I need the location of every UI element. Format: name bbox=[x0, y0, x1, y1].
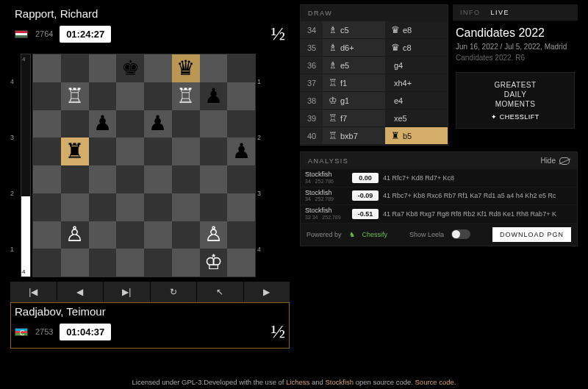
square[interactable] bbox=[144, 138, 172, 165]
square[interactable] bbox=[200, 110, 228, 138]
black-move[interactable]: xe5 bbox=[385, 110, 448, 127]
white-move[interactable]: ♔g1 bbox=[323, 92, 385, 110]
black-move[interactable]: ♛e8 bbox=[385, 21, 448, 39]
square[interactable] bbox=[144, 249, 172, 276]
square[interactable]: ♛ bbox=[172, 54, 200, 82]
square[interactable] bbox=[61, 110, 89, 138]
lichess-link[interactable]: Lichess bbox=[286, 378, 309, 386]
square[interactable] bbox=[89, 249, 117, 276]
analysis-line[interactable]: Stockfish32 34 252.789-0.5141 Ra7 Kb8 Rx… bbox=[301, 205, 577, 224]
square[interactable] bbox=[172, 193, 200, 221]
white-move[interactable]: ♗d6+ bbox=[323, 39, 385, 57]
square[interactable] bbox=[144, 193, 172, 221]
tab-live[interactable]: LIVE bbox=[491, 9, 510, 16]
square[interactable] bbox=[116, 249, 144, 276]
square[interactable] bbox=[172, 249, 200, 276]
square[interactable]: ♖ bbox=[172, 82, 200, 110]
square[interactable] bbox=[89, 54, 117, 82]
black-move[interactable]: g4 bbox=[385, 57, 448, 74]
stockfish-link[interactable]: Stockfish bbox=[326, 378, 354, 386]
square[interactable]: ♟ bbox=[200, 82, 228, 110]
square[interactable] bbox=[61, 165, 89, 193]
square[interactable] bbox=[33, 165, 61, 193]
white-move[interactable]: ♖bxb7 bbox=[323, 127, 385, 145]
square[interactable]: ♟ bbox=[227, 138, 255, 165]
square[interactable] bbox=[172, 110, 200, 138]
analysis-line[interactable]: Stockfish34 252.789-0.0941 Rbc7+ Kb8 Rxc… bbox=[301, 188, 577, 206]
square[interactable] bbox=[33, 54, 61, 82]
square[interactable]: ♟ bbox=[89, 110, 117, 138]
square[interactable] bbox=[89, 82, 117, 110]
promo-card[interactable]: GREATEST DAILY MOMENTS ✦ CHESSLIFT bbox=[456, 72, 575, 129]
square[interactable] bbox=[33, 138, 61, 165]
square[interactable]: ♙ bbox=[200, 221, 228, 249]
source-code-link[interactable]: Source code. bbox=[415, 378, 456, 386]
square[interactable] bbox=[116, 82, 144, 110]
black-move[interactable]: ♜b5 bbox=[385, 127, 448, 145]
square[interactable] bbox=[89, 221, 117, 249]
black-move[interactable]: xh4+ bbox=[385, 74, 448, 92]
square[interactable] bbox=[61, 54, 89, 82]
square[interactable] bbox=[227, 221, 255, 249]
square[interactable] bbox=[172, 221, 200, 249]
square[interactable] bbox=[200, 54, 228, 82]
square[interactable] bbox=[172, 138, 200, 165]
square[interactable] bbox=[227, 82, 255, 110]
square[interactable] bbox=[116, 110, 144, 138]
white-move[interactable]: ♗e5 bbox=[323, 57, 385, 74]
square[interactable] bbox=[33, 221, 61, 249]
download-pgn-button[interactable]: DOWNLOAD PGN bbox=[492, 227, 571, 242]
first-move-button[interactable]: |◀ bbox=[10, 282, 57, 302]
refresh-button[interactable]: ↻ bbox=[151, 282, 197, 302]
square[interactable] bbox=[227, 193, 255, 221]
square[interactable] bbox=[144, 221, 172, 249]
square[interactable]: ♖ bbox=[61, 82, 89, 110]
next-move-button[interactable]: ▶| bbox=[104, 282, 150, 302]
chess-board[interactable]: ♚♛♖♖♟♟♟♜♟♙♙♔ bbox=[32, 54, 256, 277]
square[interactable] bbox=[200, 165, 228, 193]
square[interactable]: ♜ bbox=[61, 138, 89, 165]
square[interactable] bbox=[144, 54, 172, 82]
square[interactable] bbox=[61, 249, 89, 276]
tab-info[interactable]: INFO bbox=[460, 9, 481, 16]
play-button[interactable]: ▶ bbox=[244, 282, 290, 302]
black-move[interactable]: e4 bbox=[385, 92, 448, 110]
square[interactable] bbox=[61, 193, 89, 221]
square[interactable] bbox=[144, 82, 172, 110]
square[interactable] bbox=[227, 110, 255, 138]
square[interactable] bbox=[89, 193, 117, 221]
show-leela-toggle[interactable] bbox=[451, 229, 470, 239]
show-leela-label: Show Leela bbox=[409, 231, 444, 238]
square[interactable] bbox=[33, 249, 61, 276]
square[interactable] bbox=[200, 138, 228, 165]
square[interactable] bbox=[200, 193, 228, 221]
chessify-link[interactable]: Chessify bbox=[362, 231, 388, 238]
square[interactable] bbox=[227, 249, 255, 276]
square[interactable] bbox=[116, 221, 144, 249]
analysis-line[interactable]: Stockfish34 252.7860.0041 Rfc7+ Kd8 Rd7+… bbox=[301, 169, 577, 188]
white-move[interactable]: ♗c5 bbox=[323, 21, 385, 39]
square[interactable]: ♟ bbox=[144, 110, 172, 138]
white-move[interactable]: ♖f7 bbox=[323, 110, 385, 127]
square[interactable] bbox=[116, 193, 144, 221]
square[interactable] bbox=[116, 165, 144, 193]
analysis-panel: ANALYSIS Hide Stockfish34 252.7860.0041 … bbox=[300, 151, 578, 246]
square[interactable] bbox=[33, 82, 61, 110]
prev-move-button[interactable]: ◀ bbox=[57, 282, 104, 302]
square[interactable] bbox=[116, 138, 144, 165]
square[interactable]: ♙ bbox=[61, 221, 89, 249]
square[interactable] bbox=[172, 165, 200, 193]
square[interactable]: ♚ bbox=[116, 54, 144, 82]
square[interactable] bbox=[227, 54, 255, 82]
square[interactable] bbox=[227, 165, 255, 193]
square[interactable]: ♔ bbox=[200, 249, 228, 276]
cursor-button[interactable]: ↖ bbox=[197, 282, 243, 302]
square[interactable] bbox=[33, 193, 61, 221]
white-move[interactable]: ♖f1 bbox=[323, 74, 385, 92]
square[interactable] bbox=[89, 165, 117, 193]
square[interactable] bbox=[144, 165, 172, 193]
square[interactable] bbox=[33, 110, 61, 138]
black-move[interactable]: ♛c8 bbox=[385, 39, 448, 57]
square[interactable] bbox=[89, 138, 117, 165]
hide-analysis-button[interactable]: Hide bbox=[540, 157, 570, 165]
